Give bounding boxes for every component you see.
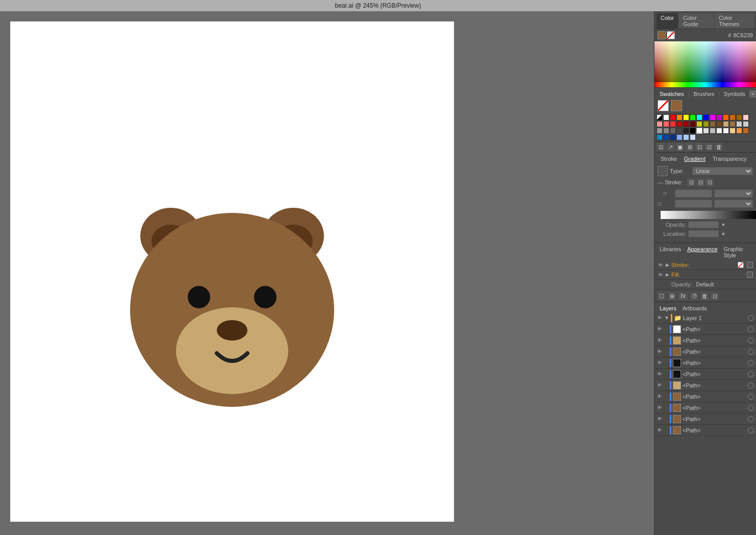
path3-eye[interactable]: 👁 — [657, 349, 663, 355]
clock-icon[interactable]: ⏱ — [690, 292, 698, 300]
path1-eye[interactable]: 👁 — [657, 326, 663, 332]
swatch-cell[interactable] — [657, 134, 663, 140]
path7-eye[interactable]: 👁 — [657, 394, 663, 400]
swatch-cell[interactable] — [736, 121, 742, 127]
aspect-select[interactable] — [714, 200, 753, 208]
tab-brushes[interactable]: Brushes — [692, 90, 716, 98]
swatch-cell[interactable] — [696, 121, 702, 127]
swatch-cell[interactable] — [690, 114, 696, 120]
stroke-label[interactable]: Stroke: — [671, 262, 689, 268]
path10-target[interactable] — [748, 427, 754, 433]
swatch-cell[interactable] — [670, 114, 676, 120]
path1-name[interactable]: <Path> — [683, 326, 746, 332]
tab-graphic-style[interactable]: Graphic Style — [722, 245, 753, 259]
fill-eye[interactable]: 👁 — [658, 272, 664, 278]
swatch-cell[interactable] — [703, 114, 709, 120]
duplicate-icon[interactable]: ⊡ — [711, 292, 719, 300]
location-arrow[interactable]: ▼ — [721, 231, 726, 237]
path9-target[interactable] — [748, 416, 754, 422]
current-stroke-swatch[interactable] — [658, 100, 669, 111]
swatch-cell[interactable] — [723, 121, 729, 127]
swatch-cell[interactable] — [710, 128, 716, 134]
swatch-cell[interactable] — [703, 128, 709, 134]
opacity-control[interactable] — [688, 221, 719, 228]
layer1-eye[interactable]: 👁 — [657, 315, 663, 321]
swatch-cell[interactable] — [657, 114, 663, 120]
swatch-tool-3[interactable]: ▣ — [676, 143, 684, 151]
tab-appearance[interactable]: Appearance — [685, 245, 719, 259]
swatch-cell[interactable] — [663, 128, 669, 134]
swatch-cell[interactable] — [703, 121, 709, 127]
location-control[interactable] — [688, 230, 719, 237]
layer1-target[interactable] — [748, 315, 754, 321]
swatch-cell[interactable] — [743, 121, 749, 127]
path5-name[interactable]: <Path> — [683, 371, 746, 377]
swatch-cell[interactable] — [676, 134, 683, 140]
fill-label[interactable]: Fill: — [671, 272, 680, 278]
fx-button[interactable]: fx — [678, 292, 688, 300]
stroke-align-1[interactable]: ⊡ — [687, 178, 695, 186]
layer1-expand[interactable]: ▼ — [664, 315, 669, 321]
swatch-cell[interactable] — [723, 114, 729, 120]
swatch-cell[interactable] — [690, 128, 696, 134]
layer-check-icon[interactable]: ☐ — [658, 292, 666, 300]
path3-target[interactable] — [748, 349, 754, 355]
tab-artboards[interactable]: Artboards — [681, 304, 709, 312]
stroke-align-2[interactable]: ⊡ — [696, 178, 704, 186]
path3-name[interactable]: <Path> — [683, 349, 746, 355]
swatch-cell[interactable] — [657, 121, 663, 127]
path2-target[interactable] — [748, 337, 754, 344]
stroke-arrow[interactable]: ▶ — [666, 262, 669, 268]
opacity-app-val[interactable]: Default — [696, 281, 714, 287]
swatch-cell[interactable] — [743, 128, 749, 134]
path10-name[interactable]: <Path> — [683, 427, 746, 433]
trash-icon[interactable]: 🗑 — [700, 292, 709, 300]
path2-eye[interactable]: 👁 — [657, 337, 663, 344]
path5-target[interactable] — [748, 371, 754, 377]
fill-swatch[interactable] — [658, 31, 666, 39]
path8-name[interactable]: <Path> — [683, 405, 746, 411]
path7-name[interactable]: <Path> — [683, 394, 746, 400]
tab-symbols[interactable]: Symbols — [722, 90, 747, 98]
swatch-cell[interactable] — [696, 128, 702, 134]
swatch-cell[interactable] — [670, 134, 676, 140]
list-view-icon[interactable]: ≡ — [749, 90, 756, 98]
aspect-control[interactable] — [675, 200, 712, 208]
path6-name[interactable]: <Path> — [683, 382, 746, 388]
path4-target[interactable] — [748, 360, 754, 366]
gradient-type-swatch[interactable] — [658, 166, 668, 176]
layer-check2-icon[interactable]: ⊞ — [668, 292, 676, 300]
swatch-cell[interactable] — [683, 114, 689, 120]
path10-eye[interactable]: 👁 — [657, 427, 663, 433]
path8-target[interactable] — [748, 405, 754, 411]
swatch-cell[interactable] — [676, 121, 683, 127]
swatch-cell[interactable] — [683, 134, 689, 140]
swatch-cell[interactable] — [657, 128, 663, 134]
color-picker-gradient[interactable] — [654, 41, 756, 82]
swatch-cell[interactable] — [710, 114, 716, 120]
stroke-align-3[interactable]: ⊡ — [705, 178, 714, 186]
layer1-name[interactable]: Layer 1 — [683, 315, 746, 321]
fill-arrow[interactable]: ▶ — [666, 272, 669, 277]
tab-stroke[interactable]: Stroke — [658, 155, 680, 163]
swatch-cell[interactable] — [716, 121, 722, 127]
swatch-cell[interactable] — [663, 121, 669, 127]
path1-target[interactable] — [748, 326, 754, 332]
opacity-arrow[interactable]: ▼ — [721, 222, 726, 228]
swatch-cell[interactable] — [663, 134, 669, 140]
gradient-type-select[interactable]: Linear Radial — [692, 167, 753, 175]
swatch-cell[interactable] — [736, 114, 742, 120]
fill-color-swatch[interactable] — [747, 272, 753, 278]
swatch-cell[interactable] — [690, 121, 696, 127]
swatch-cell[interactable] — [663, 114, 669, 120]
swatch-cell[interactable] — [736, 128, 742, 134]
gradient-bar[interactable] — [661, 211, 756, 219]
path6-eye[interactable]: 👁 — [657, 382, 663, 388]
swatch-cell[interactable] — [676, 114, 683, 120]
swatch-cell[interactable] — [676, 128, 683, 134]
hue-slider[interactable] — [654, 82, 756, 87]
swatch-cell-brown[interactable] — [710, 121, 716, 127]
swatch-cell[interactable] — [723, 128, 729, 134]
angle-control[interactable] — [675, 189, 712, 198]
angle-select[interactable] — [714, 189, 753, 198]
